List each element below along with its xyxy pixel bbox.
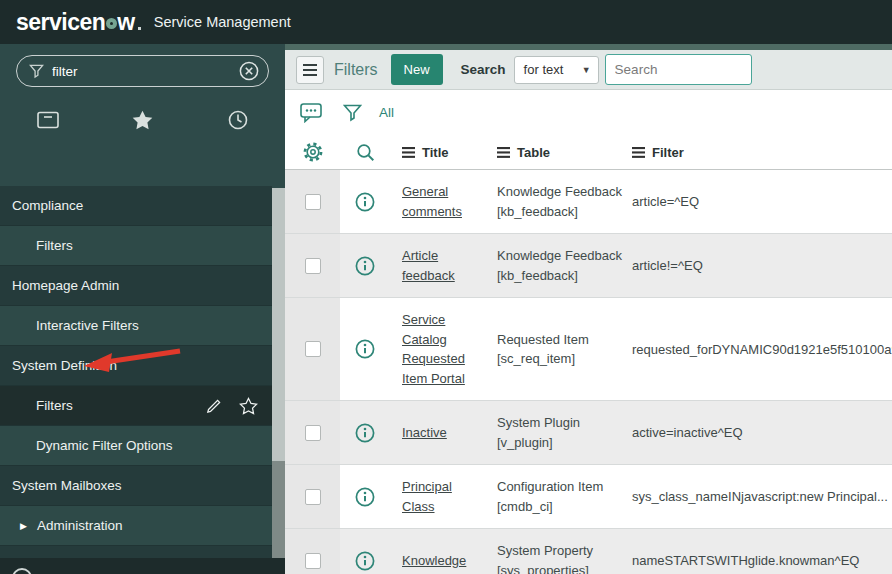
breadcrumb-all[interactable]: All <box>379 105 394 120</box>
info-circle-icon[interactable] <box>354 422 376 444</box>
search-magnifier-icon <box>356 143 375 162</box>
tab-history[interactable] <box>190 98 285 142</box>
row-checkbox-cell <box>285 465 340 528</box>
row-title-cell: Inactive <box>390 411 485 455</box>
row-checkbox[interactable] <box>305 489 321 505</box>
row-info-cell <box>340 422 390 444</box>
row-title-cell: Article feedback <box>390 234 485 297</box>
title-link[interactable]: General comments <box>402 184 462 219</box>
edit-pencil-icon[interactable] <box>205 396 224 415</box>
row-checkbox-cell <box>285 170 340 233</box>
title-link[interactable]: Inactive <box>402 425 447 440</box>
row-checkbox[interactable] <box>305 341 321 357</box>
column-header-table[interactable]: Table <box>485 145 620 160</box>
info-circle-icon[interactable] <box>354 550 376 572</box>
chevron-down-icon: ▼ <box>582 65 591 75</box>
app-title: Service Management <box>154 14 291 30</box>
sidebar-item-compliance[interactable]: Compliance <box>0 186 272 226</box>
row-table-cell: Requested Item[sc_req_item] <box>485 318 620 381</box>
clear-filter-icon[interactable] <box>239 61 259 81</box>
table-row: Article feedback Knowledge Feedback[kb_f… <box>285 234 892 298</box>
sidebar-scrollbar-thumb[interactable] <box>272 461 285 558</box>
tab-all-applications[interactable] <box>0 98 95 142</box>
help-circle-icon[interactable] <box>12 568 32 574</box>
row-checkbox[interactable] <box>305 258 321 274</box>
content-pane: Filters New Search for text ▼ All <box>285 44 892 574</box>
sidebar-item-system-mailboxes[interactable]: System Mailboxes <box>0 466 272 506</box>
context-menu-button[interactable] <box>296 56 324 84</box>
row-table-cell: Knowledge Feedback[kb_feedback] <box>485 170 620 233</box>
row-info-cell <box>340 550 390 572</box>
title-link[interactable]: Service Catalog Requested Item Portal <box>402 312 465 386</box>
sidebar-item-system-definition[interactable]: System Definition <box>0 346 272 386</box>
favorite-star-outline-icon[interactable] <box>239 397 258 415</box>
list-search-input[interactable] <box>605 54 752 85</box>
sidebar-filter-box[interactable] <box>16 55 269 87</box>
list-header-row: Title Table Filter <box>285 135 892 170</box>
table-row: Knowledge System Property[sys_properties… <box>285 529 892 574</box>
sidebar-item-homepage-admin[interactable]: Homepage Admin <box>0 266 272 306</box>
list-settings-button[interactable] <box>285 142 340 162</box>
info-circle-icon[interactable] <box>354 191 376 213</box>
row-title-cell: Service Catalog Requested Item Portal <box>390 298 485 400</box>
column-menu-icon <box>402 147 415 158</box>
column-menu-icon <box>497 147 510 158</box>
list-body: General comments Knowledge Feedback[kb_f… <box>285 170 892 574</box>
sidebar-filter-input[interactable] <box>52 64 239 79</box>
new-button[interactable]: New <box>391 54 443 85</box>
sidebar-item-filters-compliance[interactable]: Filters <box>0 226 272 266</box>
row-checkbox-cell <box>285 234 340 297</box>
sidebar-scrollbar[interactable] <box>272 188 285 558</box>
row-filter-cell: article=^EQ <box>620 182 892 221</box>
expand-caret-icon: ▶ <box>20 521 27 531</box>
row-info-cell <box>340 338 390 360</box>
tab-favorites[interactable] <box>95 98 190 142</box>
list-toolbar: Filters New Search for text ▼ <box>285 50 892 90</box>
row-table-cell: Configuration Item[cmdb_ci] <box>485 465 620 528</box>
table-row: Inactive System Plugin[v_plugin] active=… <box>285 401 892 465</box>
row-title-cell: General comments <box>390 170 485 233</box>
list-search-toggle[interactable] <box>340 143 390 162</box>
row-info-cell <box>340 191 390 213</box>
breadcrumb-funnel-icon[interactable] <box>343 104 362 122</box>
column-header-title[interactable]: Title <box>390 145 485 160</box>
row-filter-cell: requested_forDYNAMIC90d1921e5f510100a9ad… <box>620 330 892 369</box>
row-checkbox-cell <box>285 298 340 400</box>
row-checkbox[interactable] <box>305 553 321 569</box>
page-title: Filters <box>334 61 378 79</box>
column-menu-icon <box>632 147 645 158</box>
sidebar-tabs <box>0 98 285 142</box>
filter-funnel-icon <box>29 64 44 79</box>
servicenow-logo: servicenw <box>16 11 141 34</box>
sidebar-nav: Compliance Filters Homepage Admin Intera… <box>0 186 272 574</box>
sidebar-item-filters-selected[interactable]: Filters <box>0 386 272 426</box>
row-table-cell: System Property[sys_properties] <box>485 529 620 574</box>
comments-bubble-icon[interactable] <box>300 103 323 123</box>
app-header: servicenw Service Management <box>0 0 892 44</box>
table-row: General comments Knowledge Feedback[kb_f… <box>285 170 892 234</box>
column-header-filter[interactable]: Filter <box>620 145 892 160</box>
sidebar-item-interactive-filters[interactable]: Interactive Filters <box>0 306 272 346</box>
info-circle-icon[interactable] <box>354 255 376 277</box>
row-info-cell <box>340 255 390 277</box>
info-circle-icon[interactable] <box>354 338 376 360</box>
row-title-cell: Knowledge <box>390 539 485 574</box>
title-link[interactable]: Knowledge <box>402 553 466 568</box>
row-table-cell: System Plugin[v_plugin] <box>485 401 620 464</box>
info-circle-icon[interactable] <box>354 486 376 508</box>
sidebar-search-area <box>0 44 285 98</box>
row-checkbox[interactable] <box>305 194 321 210</box>
row-filter-cell: sys_class_nameINjavascript:new Principal… <box>620 477 892 516</box>
history-clock-icon <box>228 110 248 130</box>
hamburger-icon <box>303 64 317 66</box>
row-filter-cell: article!=^EQ <box>620 246 892 285</box>
row-checkbox-cell <box>285 401 340 464</box>
row-checkbox[interactable] <box>305 425 321 441</box>
breadcrumb-bar: All <box>285 90 892 135</box>
search-scope-select[interactable]: for text ▼ <box>514 56 599 84</box>
title-link[interactable]: Principal Class <box>402 479 452 514</box>
title-link[interactable]: Article feedback <box>402 248 455 283</box>
favorites-star-icon <box>132 110 153 130</box>
sidebar-item-dynamic-filter-options[interactable]: Dynamic Filter Options <box>0 426 272 466</box>
sidebar-item-administration[interactable]: ▶ Administration <box>0 506 272 546</box>
